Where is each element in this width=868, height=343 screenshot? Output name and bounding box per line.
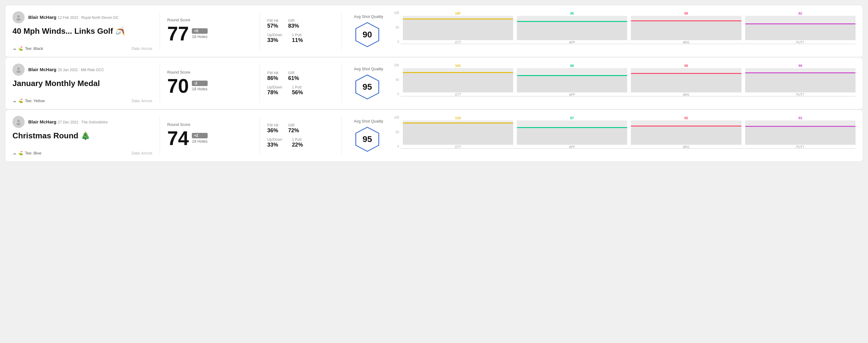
bar-fill [403,19,513,40]
score-row: 74 +2 18 Holes [167,129,252,148]
y-label-0: 0 [391,40,399,43]
svg-point-0 [17,15,20,18]
round-title: 40 Mph Winds... Links Golf 🪃 [12,27,152,36]
bar-group: 99 PUTT [745,64,856,96]
score-diff-badge: +5 [192,28,207,34]
gir-label: GIR [288,19,299,23]
bar-fill [517,75,627,92]
one-putt-value: 56% [292,89,303,96]
stat-row-1: FW Hit 86% GIR 61% [267,71,334,82]
card-footer: ☁ ⛳ Tee: Yellow Data: Arccos [12,98,152,103]
card-footer: ☁ ⛳ Tee: Blue Data: Arccos [12,151,152,155]
stat-gir: GIR 83% [288,19,299,29]
weather-icon: ☁ [12,151,17,155]
y-label-100: 100 [391,116,399,119]
user-info: Blair McHarg 27 Dec 2021 · The Oxfordshi… [12,116,152,128]
chart-left: Avg Shot Quality 90 [354,14,383,48]
score-badge: +2 18 Holes [192,133,207,144]
one-putt-label: 1 Putt [292,33,303,37]
gir-label: GIR [288,123,299,127]
score-row: 70 -2 18 Holes [167,76,252,96]
tee-info: ☁ ⛳ Tee: Blue [12,151,41,155]
bar-accent [403,72,513,73]
y-label-50: 50 [391,130,399,134]
bar-accent [631,73,741,74]
one-putt-label: 1 Putt [292,85,303,89]
holes-label: 18 Holes [192,139,207,144]
bar-wrapper [517,16,627,40]
avg-shot-quality-label: Avg Shot Quality [354,14,383,19]
round-score-label: Round Score [167,70,252,74]
divider [160,11,160,51]
tee-info: ☁ ⛳ Tee: Yellow [12,98,45,103]
bar-accent [745,23,856,24]
stat-row-2: Up/Down 33% 1 Putt 22% [267,137,334,148]
score-badge: -2 18 Holes [192,81,207,91]
card-left: Blair McHarg 29 Jan 2022 · Mill Ride GCC… [12,64,152,103]
bar-group: 107 OTT [403,11,513,44]
bar-accent [745,126,856,127]
avg-shot-quality-label: Avg Shot Quality [354,67,383,71]
holes-label: 18 Holes [192,34,207,39]
bar-accent [631,20,741,21]
divider-3 [341,64,342,103]
score-diff-badge: +2 [192,133,207,138]
stat-one-putt: 1 Putt 56% [292,85,303,96]
round-title: Christmas Round 🎄 [12,131,152,141]
bar-group: 86 APP [517,64,627,96]
divider [160,116,160,155]
tee-info: ☁ ⛳ Tee: Black [12,46,43,51]
data-source: Data: Arccos [132,46,152,51]
bar-fill [403,123,513,145]
bar-fill [517,127,627,145]
bar-fill [745,23,856,40]
bar-wrapper [745,16,856,40]
y-label-50: 50 [391,78,399,82]
user-name: Blair McHarg [28,119,57,124]
card-middle: Round Score 74 +2 18 Holes [167,116,252,155]
bar-group: 95 ARG [631,116,741,149]
avatar [12,116,25,128]
score-diff-badge: -2 [192,81,207,86]
bar-wrapper [403,16,513,40]
user-info: Blair McHarg 12 Feb 2022 · Royal North D… [12,11,152,23]
bar-value: 87 [570,116,574,120]
score-row: 77 +5 18 Holes [167,24,252,43]
svg-point-6 [17,120,20,122]
bar-value: 86 [570,64,574,67]
divider-3 [341,116,342,155]
bar-group: 82 PUTT [745,11,856,44]
tee-label: Tee: Blue [25,151,41,155]
gir-value: 83% [288,23,299,29]
stat-gir: GIR 72% [288,123,299,134]
user-meta: 27 Dec 2021 · The Oxfordshire [58,120,107,124]
score-value: 70 [167,76,189,96]
card-middle: Round Score 70 -2 18 Holes [167,64,252,103]
data-source: Data: Arccos [132,99,152,103]
stat-fw-hit: FW Hit 86% [267,71,278,82]
hexagon: 90 [354,21,381,48]
bar-accent [517,21,627,22]
up-down-value: 33% [267,37,282,43]
divider [160,64,160,103]
chart-left: Avg Shot Quality 95 [354,119,383,153]
tee-icon: ⛳ [18,46,23,51]
fw-hit-label: FW Hit [267,19,278,23]
score-value: 74 [167,129,189,148]
fw-hit-label: FW Hit [267,123,278,127]
bar-wrapper [517,120,627,145]
card-chart: Avg Shot Quality 95 100 50 0 101 OTT [349,64,856,103]
bar-accent [631,126,741,126]
hexagon: 95 [354,73,381,100]
user-name: Blair McHarg [28,14,57,20]
hexagon: 95 [354,126,381,153]
bar-value: 82 [798,11,802,15]
bar-group: 87 APP [517,116,627,149]
user-info: Blair McHarg 29 Jan 2022 · Mill Ride GCC [12,64,152,76]
card-stats: FW Hit 86% GIR 61% Up/Down 78% 1 Putt [267,64,334,103]
user-name: Blair McHarg [28,67,57,72]
fw-hit-label: FW Hit [267,71,278,75]
y-label-100: 100 [391,11,399,14]
fw-hit-value: 86% [267,75,278,82]
tee-icon: ⛳ [18,151,23,155]
